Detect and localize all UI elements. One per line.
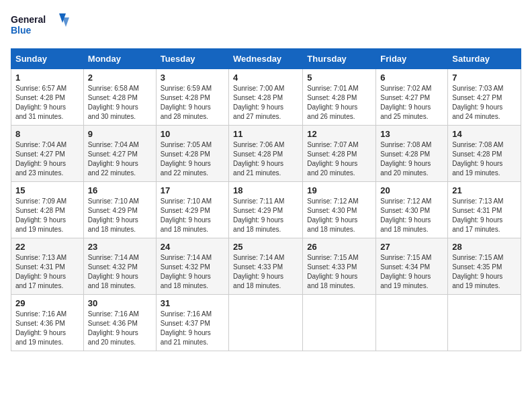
day-number: 9 [88,129,152,139]
page-header: General Blue [11,11,521,40]
svg-text:General: General [11,14,46,25]
calendar-day-cell [448,295,521,351]
calendar-day-cell: 12Sunrise: 7:07 AM Sunset: 4:28 PM Dayli… [303,126,376,182]
day-number: 15 [15,185,79,195]
day-of-week-header: Tuesday [156,49,228,69]
day-of-week-header: Sunday [11,49,84,69]
day-number: 21 [452,185,517,195]
calendar-week-row: 1Sunrise: 6:57 AM Sunset: 4:28 PM Daylig… [11,69,521,126]
calendar-day-cell: 30Sunrise: 7:16 AM Sunset: 4:36 PM Dayli… [83,295,156,351]
day-info: Sunrise: 7:15 AM Sunset: 4:33 PM Dayligh… [307,253,371,291]
calendar-day-cell: 14Sunrise: 7:08 AM Sunset: 4:28 PM Dayli… [448,126,521,182]
calendar-table: SundayMondayTuesdayWednesdayThursdayFrid… [11,48,521,351]
day-info: Sunrise: 7:07 AM Sunset: 4:28 PM Dayligh… [307,140,371,178]
calendar-day-cell: 13Sunrise: 7:08 AM Sunset: 4:28 PM Dayli… [376,126,448,182]
day-number: 28 [452,242,517,252]
calendar-day-cell: 10Sunrise: 7:05 AM Sunset: 4:28 PM Dayli… [156,126,228,182]
day-number: 2 [88,73,152,83]
day-info: Sunrise: 6:57 AM Sunset: 4:28 PM Dayligh… [15,84,79,122]
day-number: 1 [15,73,79,83]
day-number: 12 [307,129,371,139]
day-info: Sunrise: 7:04 AM Sunset: 4:27 PM Dayligh… [88,140,152,178]
day-info: Sunrise: 7:01 AM Sunset: 4:28 PM Dayligh… [307,84,371,122]
day-number: 8 [15,129,79,139]
calendar-header-row: SundayMondayTuesdayWednesdayThursdayFrid… [11,49,521,69]
day-info: Sunrise: 7:15 AM Sunset: 4:34 PM Dayligh… [380,253,443,291]
calendar-day-cell: 26Sunrise: 7:15 AM Sunset: 4:33 PM Dayli… [303,238,376,295]
calendar-day-cell: 1Sunrise: 6:57 AM Sunset: 4:28 PM Daylig… [11,69,84,126]
calendar-day-cell: 25Sunrise: 7:14 AM Sunset: 4:33 PM Dayli… [229,238,303,295]
calendar-day-cell: 3Sunrise: 6:59 AM Sunset: 4:28 PM Daylig… [156,69,228,126]
calendar-day-cell: 15Sunrise: 7:09 AM Sunset: 4:28 PM Dayli… [11,182,84,238]
calendar-day-cell: 8Sunrise: 7:04 AM Sunset: 4:27 PM Daylig… [11,126,84,182]
calendar-week-row: 15Sunrise: 7:09 AM Sunset: 4:28 PM Dayli… [11,182,521,238]
day-number: 18 [233,185,298,195]
day-of-week-header: Friday [376,49,448,69]
day-number: 11 [233,129,298,139]
calendar-day-cell [376,295,448,351]
day-info: Sunrise: 7:16 AM Sunset: 4:36 PM Dayligh… [15,310,79,347]
calendar-day-cell: 11Sunrise: 7:06 AM Sunset: 4:28 PM Dayli… [229,126,303,182]
day-number: 10 [161,129,224,139]
day-info: Sunrise: 7:08 AM Sunset: 4:28 PM Dayligh… [380,140,443,178]
day-number: 27 [380,242,443,252]
day-info: Sunrise: 7:06 AM Sunset: 4:28 PM Dayligh… [233,140,298,178]
day-number: 20 [380,185,443,195]
calendar-day-cell: 23Sunrise: 7:14 AM Sunset: 4:32 PM Dayli… [83,238,156,295]
day-info: Sunrise: 7:12 AM Sunset: 4:30 PM Dayligh… [380,197,443,234]
day-info: Sunrise: 7:00 AM Sunset: 4:28 PM Dayligh… [233,84,298,122]
calendar-day-cell: 22Sunrise: 7:13 AM Sunset: 4:31 PM Dayli… [11,238,84,295]
day-info: Sunrise: 6:59 AM Sunset: 4:28 PM Dayligh… [161,84,224,122]
day-number: 19 [307,185,371,195]
calendar-day-cell: 6Sunrise: 7:02 AM Sunset: 4:27 PM Daylig… [376,69,448,126]
day-info: Sunrise: 7:02 AM Sunset: 4:27 PM Dayligh… [380,84,443,122]
calendar-week-row: 22Sunrise: 7:13 AM Sunset: 4:31 PM Dayli… [11,238,521,295]
calendar-day-cell: 24Sunrise: 7:14 AM Sunset: 4:32 PM Dayli… [156,238,228,295]
day-info: Sunrise: 7:16 AM Sunset: 4:36 PM Dayligh… [88,310,152,347]
day-of-week-header: Monday [83,49,156,69]
calendar-day-cell [303,295,376,351]
day-info: Sunrise: 7:14 AM Sunset: 4:32 PM Dayligh… [88,253,152,291]
day-number: 22 [15,242,79,252]
day-number: 4 [233,73,298,83]
day-number: 24 [161,242,224,252]
calendar-day-cell: 18Sunrise: 7:11 AM Sunset: 4:29 PM Dayli… [229,182,303,238]
day-info: Sunrise: 7:10 AM Sunset: 4:29 PM Dayligh… [88,197,152,234]
calendar-day-cell: 16Sunrise: 7:10 AM Sunset: 4:29 PM Dayli… [83,182,156,238]
day-number: 6 [380,73,443,83]
calendar-day-cell: 7Sunrise: 7:03 AM Sunset: 4:27 PM Daylig… [448,69,521,126]
day-info: Sunrise: 7:04 AM Sunset: 4:27 PM Dayligh… [15,140,79,178]
calendar-day-cell: 5Sunrise: 7:01 AM Sunset: 4:28 PM Daylig… [303,69,376,126]
day-info: Sunrise: 7:09 AM Sunset: 4:28 PM Dayligh… [15,197,79,234]
calendar-day-cell: 9Sunrise: 7:04 AM Sunset: 4:27 PM Daylig… [83,126,156,182]
day-number: 30 [88,298,152,308]
calendar-day-cell: 17Sunrise: 7:10 AM Sunset: 4:29 PM Dayli… [156,182,228,238]
calendar-day-cell: 19Sunrise: 7:12 AM Sunset: 4:30 PM Dayli… [303,182,376,238]
calendar-day-cell [229,295,303,351]
day-info: Sunrise: 7:08 AM Sunset: 4:28 PM Dayligh… [452,140,517,178]
calendar-day-cell: 21Sunrise: 7:13 AM Sunset: 4:31 PM Dayli… [448,182,521,238]
calendar-body: 1Sunrise: 6:57 AM Sunset: 4:28 PM Daylig… [11,69,521,351]
calendar-day-cell: 4Sunrise: 7:00 AM Sunset: 4:28 PM Daylig… [229,69,303,126]
svg-marker-3 [62,17,69,27]
day-number: 25 [233,242,298,252]
calendar-day-cell: 28Sunrise: 7:15 AM Sunset: 4:35 PM Dayli… [448,238,521,295]
calendar-day-cell: 20Sunrise: 7:12 AM Sunset: 4:30 PM Dayli… [376,182,448,238]
logo: General Blue [11,11,71,40]
day-of-week-header: Wednesday [229,49,303,69]
day-number: 23 [88,242,152,252]
day-info: Sunrise: 7:05 AM Sunset: 4:28 PM Dayligh… [161,140,224,178]
day-info: Sunrise: 7:15 AM Sunset: 4:35 PM Dayligh… [452,253,517,291]
day-of-week-header: Thursday [303,49,376,69]
calendar-day-cell: 31Sunrise: 7:16 AM Sunset: 4:37 PM Dayli… [156,295,228,351]
calendar-week-row: 8Sunrise: 7:04 AM Sunset: 4:27 PM Daylig… [11,126,521,182]
day-number: 17 [161,185,224,195]
day-info: Sunrise: 7:10 AM Sunset: 4:29 PM Dayligh… [161,197,224,234]
day-number: 5 [307,73,371,83]
day-number: 29 [15,298,79,308]
day-info: Sunrise: 7:03 AM Sunset: 4:27 PM Dayligh… [452,84,517,122]
day-number: 14 [452,129,517,139]
calendar-day-cell: 29Sunrise: 7:16 AM Sunset: 4:36 PM Dayli… [11,295,84,351]
day-info: Sunrise: 7:13 AM Sunset: 4:31 PM Dayligh… [15,253,79,291]
day-info: Sunrise: 7:16 AM Sunset: 4:37 PM Dayligh… [161,310,224,347]
